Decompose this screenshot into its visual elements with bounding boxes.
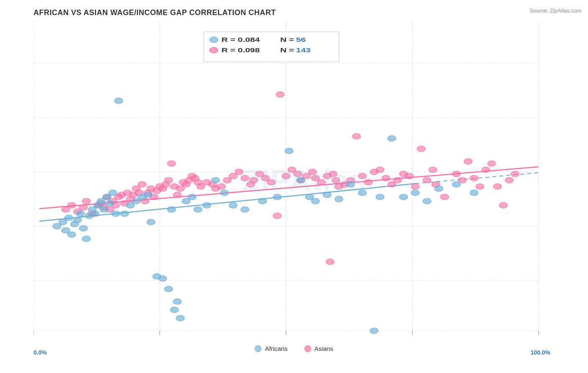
x-axis-min: 0.0%: [33, 349, 47, 356]
svg-point-101: [411, 184, 419, 189]
svg-rect-180: [210, 37, 218, 43]
svg-point-168: [347, 181, 355, 187]
svg-point-107: [452, 171, 460, 177]
svg-text:N =: N =: [280, 36, 294, 43]
svg-point-165: [311, 198, 320, 204]
svg-point-95: [376, 167, 384, 173]
svg-point-173: [411, 190, 419, 196]
svg-point-158: [229, 202, 238, 208]
svg-point-121: [64, 215, 73, 221]
svg-point-157: [220, 190, 229, 196]
svg-point-116: [505, 177, 514, 183]
svg-point-67: [235, 169, 243, 175]
chart-area: ZIPAtlas 60.0% 45.0% 30.0% 15.0% Wage/In…: [33, 21, 550, 339]
svg-point-92: [358, 173, 367, 179]
svg-point-100: [405, 173, 414, 179]
svg-point-149: [170, 307, 179, 313]
svg-point-169: [358, 190, 367, 196]
svg-point-91: [353, 133, 361, 139]
svg-point-109: [464, 158, 473, 164]
svg-point-113: [488, 161, 496, 166]
svg-point-49: [164, 177, 173, 183]
svg-text:N =: N =: [280, 46, 294, 54]
svg-point-124: [74, 217, 82, 223]
x-axis-max: 100.0%: [531, 349, 550, 356]
svg-point-106: [440, 194, 449, 200]
svg-point-147: [164, 286, 173, 292]
svg-point-111: [476, 184, 484, 189]
svg-point-130: [91, 211, 100, 217]
svg-point-159: [241, 207, 249, 212]
svg-point-150: [173, 299, 182, 304]
svg-point-52: [173, 192, 182, 198]
svg-point-75: [276, 92, 284, 97]
svg-point-126: [79, 225, 88, 231]
svg-point-83: [317, 179, 325, 185]
svg-point-74: [273, 213, 281, 219]
svg-point-117: [511, 171, 519, 177]
svg-point-166: [323, 192, 331, 198]
svg-point-98: [394, 177, 402, 183]
svg-point-170: [376, 194, 384, 200]
svg-point-127: [82, 236, 91, 242]
svg-point-133: [100, 207, 108, 212]
svg-point-176: [452, 181, 460, 187]
svg-point-110: [470, 175, 478, 181]
svg-point-50: [167, 161, 176, 166]
svg-point-137: [112, 211, 120, 217]
svg-point-172: [399, 194, 408, 200]
svg-point-23: [82, 198, 91, 204]
svg-point-167: [335, 196, 343, 202]
svg-text:R = 0.084: R = 0.084: [221, 36, 260, 43]
svg-point-163: [297, 177, 305, 183]
svg-point-96: [382, 175, 390, 181]
svg-point-22: [79, 204, 88, 210]
svg-point-78: [294, 171, 302, 177]
svg-point-177: [470, 190, 478, 196]
svg-point-68: [241, 175, 249, 181]
svg-point-86: [329, 171, 337, 177]
svg-text:56: 56: [296, 36, 306, 43]
svg-point-93: [364, 179, 373, 185]
svg-point-171: [388, 135, 396, 141]
svg-point-40: [138, 181, 146, 187]
svg-point-85: [326, 259, 334, 265]
svg-point-114: [493, 184, 502, 189]
svg-point-87: [332, 177, 340, 183]
svg-point-135: [106, 200, 114, 206]
svg-point-136: [109, 190, 117, 196]
svg-point-139: [120, 211, 129, 217]
source-label: Source: ZipAtlas.com: [529, 8, 581, 14]
svg-text:143: 143: [296, 46, 311, 54]
svg-point-148: [167, 207, 176, 212]
svg-point-122: [67, 232, 76, 238]
svg-text:R = 0.098: R = 0.098: [221, 46, 260, 54]
svg-point-155: [203, 202, 211, 208]
svg-point-156: [212, 177, 220, 183]
svg-point-104: [429, 167, 437, 173]
svg-point-175: [435, 186, 443, 192]
svg-point-138: [115, 98, 123, 104]
svg-point-102: [417, 146, 425, 152]
svg-point-162: [285, 148, 293, 154]
svg-point-70: [250, 177, 258, 183]
svg-point-144: [147, 219, 155, 225]
svg-rect-184: [210, 47, 218, 53]
svg-point-76: [282, 173, 290, 179]
svg-point-161: [273, 194, 281, 200]
svg-point-178: [370, 328, 378, 334]
svg-point-160: [258, 198, 267, 204]
chart-container: AFRICAN VS ASIAN WAGE/INCOME GAP CORRELA…: [0, 0, 588, 373]
svg-point-151: [176, 315, 184, 321]
svg-point-73: [267, 179, 276, 185]
svg-point-154: [194, 207, 202, 212]
svg-point-64: [217, 184, 226, 189]
svg-point-174: [423, 198, 431, 204]
svg-point-146: [159, 276, 167, 281]
chart-title: AFRICAN VS ASIAN WAGE/INCOME GAP CORRELA…: [33, 8, 584, 17]
svg-point-103: [423, 177, 431, 183]
svg-point-81: [308, 169, 317, 175]
svg-point-153: [188, 194, 196, 200]
svg-point-20: [67, 202, 76, 208]
svg-point-125: [77, 211, 85, 217]
